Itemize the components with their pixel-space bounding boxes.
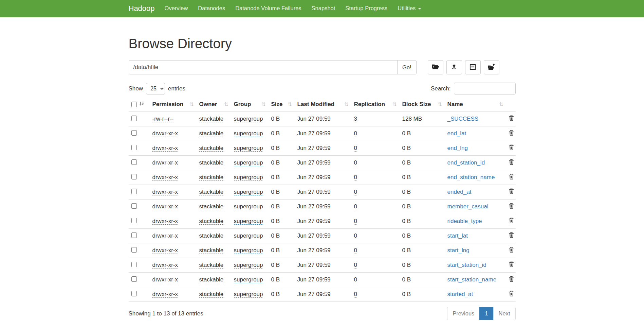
row-checkbox[interactable] bbox=[131, 159, 137, 165]
delete-button[interactable] bbox=[509, 130, 514, 137]
column-header-group[interactable]: Group ⇅ bbox=[231, 98, 269, 112]
search-input[interactable] bbox=[454, 83, 516, 94]
row-checkbox[interactable] bbox=[131, 247, 137, 253]
permission-cell[interactable]: drwxr-xr-x bbox=[152, 189, 178, 195]
delete-button[interactable] bbox=[509, 159, 514, 166]
group-cell[interactable]: supergroup bbox=[234, 116, 263, 122]
permission-cell[interactable]: drwxr-xr-x bbox=[152, 174, 178, 181]
owner-cell[interactable]: stackable bbox=[199, 218, 224, 225]
row-checkbox[interactable] bbox=[131, 276, 137, 282]
delete-button[interactable] bbox=[509, 247, 514, 254]
list-view-button[interactable] bbox=[465, 60, 481, 74]
file-name-link[interactable]: member_casual bbox=[447, 203, 489, 210]
replication-cell[interactable]: 0 bbox=[354, 232, 357, 239]
permission-cell[interactable]: drwxr-xr-x bbox=[152, 159, 178, 166]
owner-cell[interactable]: stackable bbox=[199, 130, 224, 137]
permission-cell[interactable]: -rw-r--r-- bbox=[152, 116, 174, 122]
row-checkbox[interactable] bbox=[131, 189, 137, 194]
replication-cell[interactable]: 0 bbox=[354, 145, 357, 152]
column-header-block-size[interactable]: Block Size ⇅ bbox=[400, 98, 445, 112]
group-cell[interactable]: supergroup bbox=[234, 159, 263, 166]
column-header-size[interactable]: Size ⇅ bbox=[269, 98, 295, 112]
row-checkbox[interactable] bbox=[131, 232, 137, 238]
select-all-checkbox[interactable] bbox=[131, 102, 137, 107]
group-cell[interactable]: supergroup bbox=[234, 189, 263, 195]
owner-cell[interactable]: stackable bbox=[199, 232, 224, 239]
owner-cell[interactable]: stackable bbox=[199, 247, 224, 254]
delete-button[interactable] bbox=[509, 232, 514, 239]
row-checkbox[interactable] bbox=[131, 174, 137, 179]
owner-cell[interactable]: stackable bbox=[199, 145, 224, 152]
file-name-link[interactable]: end_station_name bbox=[447, 174, 495, 180]
column-header-replication[interactable]: Replication ⇅ bbox=[351, 98, 400, 112]
permission-cell[interactable]: drwxr-xr-x bbox=[152, 203, 178, 210]
column-header-owner[interactable]: Owner ⇅ bbox=[197, 98, 231, 112]
directory-path-input[interactable] bbox=[129, 60, 398, 74]
owner-cell[interactable]: stackable bbox=[199, 203, 224, 210]
permission-cell[interactable]: drwxr-xr-x bbox=[152, 291, 178, 298]
file-name-link[interactable]: start_lng bbox=[447, 247, 470, 254]
file-name-link[interactable]: start_lat bbox=[447, 232, 468, 239]
replication-cell[interactable]: 0 bbox=[354, 291, 357, 298]
owner-cell[interactable]: stackable bbox=[199, 276, 224, 283]
file-name-link[interactable]: end_station_id bbox=[447, 159, 485, 166]
pagination-page-1-button[interactable]: 1 bbox=[479, 307, 493, 320]
group-cell[interactable]: supergroup bbox=[234, 276, 263, 283]
group-cell[interactable]: supergroup bbox=[234, 232, 263, 239]
replication-cell[interactable]: 0 bbox=[354, 159, 357, 166]
file-name-link[interactable]: start_station_id bbox=[447, 262, 486, 268]
select-all-header[interactable] bbox=[129, 98, 150, 112]
delete-button[interactable] bbox=[509, 115, 514, 122]
delete-button[interactable] bbox=[509, 188, 514, 195]
group-cell[interactable]: supergroup bbox=[234, 218, 263, 225]
delete-button[interactable] bbox=[509, 203, 514, 210]
owner-cell[interactable]: stackable bbox=[199, 262, 224, 269]
row-checkbox[interactable] bbox=[131, 116, 137, 121]
replication-cell[interactable]: 0 bbox=[354, 276, 357, 283]
file-name-link[interactable]: _SUCCESS bbox=[447, 116, 479, 122]
owner-cell[interactable]: stackable bbox=[199, 116, 224, 122]
row-checkbox[interactable] bbox=[131, 130, 137, 136]
nav-item-datanode-volume-failures[interactable]: Datanode Volume Failures bbox=[230, 0, 306, 17]
replication-cell[interactable]: 0 bbox=[354, 203, 357, 210]
owner-cell[interactable]: stackable bbox=[199, 291, 224, 298]
permission-cell[interactable]: drwxr-xr-x bbox=[152, 247, 178, 254]
delete-button[interactable] bbox=[509, 291, 514, 297]
permission-cell[interactable]: drwxr-xr-x bbox=[152, 232, 178, 239]
pagination-next-button[interactable]: Next bbox=[493, 307, 516, 320]
group-cell[interactable]: supergroup bbox=[234, 130, 263, 137]
nav-item-datanodes[interactable]: Datanodes bbox=[193, 0, 230, 17]
nav-item-startup-progress[interactable]: Startup Progress bbox=[340, 0, 392, 17]
upload-file-button[interactable] bbox=[446, 60, 462, 74]
replication-cell[interactable]: 0 bbox=[354, 218, 357, 225]
group-cell[interactable]: supergroup bbox=[234, 203, 263, 210]
group-cell[interactable]: supergroup bbox=[234, 247, 263, 254]
file-name-link[interactable]: end_lng bbox=[447, 145, 468, 151]
file-name-link[interactable]: rideable_type bbox=[447, 218, 482, 224]
owner-cell[interactable]: stackable bbox=[199, 189, 224, 195]
file-name-link[interactable]: start_station_name bbox=[447, 276, 497, 283]
file-name-link[interactable]: started_at bbox=[447, 291, 473, 297]
delete-button[interactable] bbox=[509, 261, 514, 268]
nav-item-utilities-dropdown[interactable]: Utilities bbox=[392, 0, 426, 17]
replication-cell[interactable]: 0 bbox=[354, 247, 357, 254]
nav-item-overview[interactable]: Overview bbox=[160, 0, 193, 17]
group-cell[interactable]: supergroup bbox=[234, 174, 263, 181]
permission-cell[interactable]: drwxr-xr-x bbox=[152, 145, 178, 152]
group-cell[interactable]: supergroup bbox=[234, 291, 263, 298]
permission-cell[interactable]: drwxr-xr-x bbox=[152, 218, 178, 225]
replication-cell[interactable]: 3 bbox=[354, 116, 357, 122]
replication-cell[interactable]: 0 bbox=[354, 174, 357, 181]
row-checkbox[interactable] bbox=[131, 291, 137, 296]
brand-hadoop[interactable]: Hadoop bbox=[129, 0, 160, 17]
page-size-select[interactable]: 25 bbox=[146, 83, 165, 94]
column-header-last-modified[interactable]: Last Modified ⇅ bbox=[295, 98, 351, 112]
file-name-link[interactable]: ended_at bbox=[447, 189, 472, 195]
column-header-name[interactable]: Name ⇅ bbox=[445, 98, 506, 112]
row-checkbox[interactable] bbox=[131, 262, 137, 267]
permission-cell[interactable]: drwxr-xr-x bbox=[152, 130, 178, 137]
column-header-permission[interactable]: Permission ⇅ bbox=[150, 98, 197, 112]
group-cell[interactable]: supergroup bbox=[234, 145, 263, 152]
delete-button[interactable] bbox=[509, 218, 514, 224]
move-paste-button[interactable] bbox=[484, 60, 499, 74]
